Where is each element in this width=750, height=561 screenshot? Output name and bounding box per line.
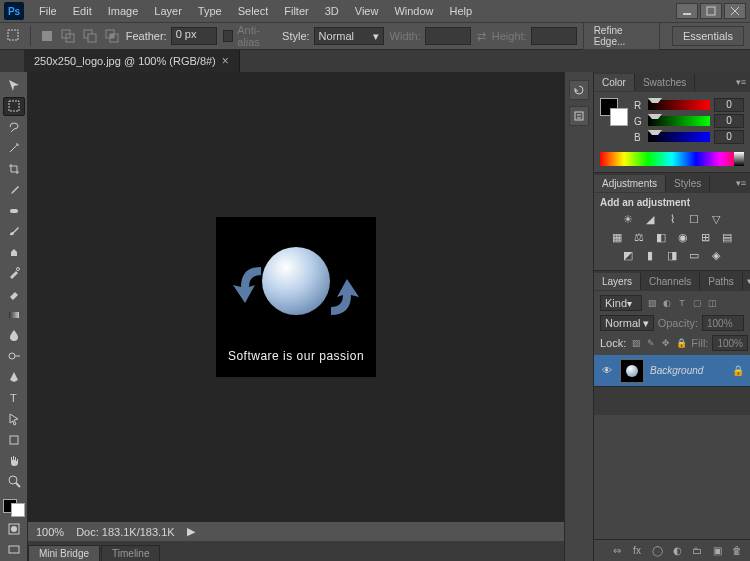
status-arrow-icon[interactable]: ▶: [187, 525, 195, 538]
r-value[interactable]: 0: [714, 98, 744, 112]
layer-mask-icon[interactable]: ◯: [650, 544, 664, 558]
history-panel-icon[interactable]: [569, 80, 589, 100]
new-selection-icon[interactable]: [39, 27, 55, 45]
panel-menu-icon[interactable]: ▾≡: [732, 178, 750, 188]
menu-window[interactable]: Window: [387, 2, 440, 20]
menu-help[interactable]: Help: [443, 2, 480, 20]
fill-input[interactable]: 100%: [712, 335, 748, 351]
marquee-tool[interactable]: [3, 97, 25, 116]
tab-channels[interactable]: Channels: [641, 273, 700, 290]
move-tool[interactable]: [3, 76, 25, 95]
tab-timeline[interactable]: Timeline: [101, 545, 160, 561]
visibility-toggle-icon[interactable]: 👁: [600, 365, 614, 376]
r-slider[interactable]: [648, 100, 710, 110]
selective-color-icon[interactable]: ◈: [708, 248, 724, 262]
hand-tool[interactable]: [3, 451, 25, 470]
maximize-button[interactable]: [700, 3, 722, 19]
filter-pixel-icon[interactable]: ▧: [646, 297, 658, 309]
filter-type-icon[interactable]: T: [676, 297, 688, 309]
gradient-tool[interactable]: [3, 305, 25, 324]
panel-menu-icon[interactable]: ▾≡: [732, 77, 750, 87]
curves-icon[interactable]: ⌇: [664, 212, 680, 226]
tab-mini-bridge[interactable]: Mini Bridge: [28, 545, 100, 561]
delete-layer-icon[interactable]: 🗑: [730, 544, 744, 558]
add-selection-icon[interactable]: [61, 27, 77, 45]
foreground-background-swatch[interactable]: [600, 98, 628, 126]
type-tool[interactable]: T: [3, 388, 25, 407]
style-select[interactable]: Normal▾: [314, 27, 384, 45]
menu-filter[interactable]: Filter: [277, 2, 315, 20]
filter-adjust-icon[interactable]: ◐: [661, 297, 673, 309]
filter-smart-icon[interactable]: ◫: [706, 297, 718, 309]
threshold-icon[interactable]: ◨: [664, 248, 680, 262]
eyedropper-tool[interactable]: [3, 180, 25, 199]
pen-tool[interactable]: [3, 368, 25, 387]
crop-tool[interactable]: [3, 160, 25, 179]
posterize-icon[interactable]: ▮: [642, 248, 658, 262]
layer-thumbnail[interactable]: [620, 359, 644, 383]
menu-image[interactable]: Image: [101, 2, 146, 20]
minimize-button[interactable]: [676, 3, 698, 19]
blur-tool[interactable]: [3, 326, 25, 345]
b-slider[interactable]: [648, 132, 710, 142]
exposure-icon[interactable]: ☐: [686, 212, 702, 226]
zoom-level[interactable]: 100%: [36, 526, 64, 538]
magic-wand-tool[interactable]: [3, 139, 25, 158]
layer-filter-kind[interactable]: Kind ▾: [600, 295, 642, 311]
group-icon[interactable]: 🗀: [690, 544, 704, 558]
layer-item[interactable]: 👁 Background 🔒: [594, 355, 750, 387]
adjustment-layer-icon[interactable]: ◐: [670, 544, 684, 558]
filter-shape-icon[interactable]: ▢: [691, 297, 703, 309]
hue-sat-icon[interactable]: ▦: [609, 230, 625, 244]
vibrance-icon[interactable]: ▽: [708, 212, 724, 226]
menu-view[interactable]: View: [348, 2, 386, 20]
b-value[interactable]: 0: [714, 130, 744, 144]
shape-tool[interactable]: [3, 430, 25, 449]
canvas-area[interactable]: Software is our passion 100% Doc: 183.1K…: [28, 72, 564, 561]
lock-pixels-icon[interactable]: ✎: [645, 337, 657, 349]
properties-panel-icon[interactable]: [569, 106, 589, 126]
panel-menu-icon[interactable]: ▾≡: [743, 276, 750, 286]
color-lookup-icon[interactable]: ▤: [719, 230, 735, 244]
subtract-selection-icon[interactable]: [82, 27, 98, 45]
refine-edge-button[interactable]: Refine Edge...: [583, 22, 660, 50]
tab-layers[interactable]: Layers: [594, 273, 641, 290]
menu-edit[interactable]: Edit: [66, 2, 99, 20]
brightness-contrast-icon[interactable]: ☀: [620, 212, 636, 226]
layer-name[interactable]: Background: [650, 365, 726, 376]
menu-file[interactable]: File: [32, 2, 64, 20]
tab-paths[interactable]: Paths: [700, 273, 743, 290]
healing-brush-tool[interactable]: [3, 201, 25, 220]
g-slider[interactable]: [648, 116, 710, 126]
photo-filter-icon[interactable]: ◉: [675, 230, 691, 244]
close-button[interactable]: [724, 3, 746, 19]
gradient-map-icon[interactable]: ▭: [686, 248, 702, 262]
tool-preset-icon[interactable]: [6, 27, 22, 45]
menu-layer[interactable]: Layer: [147, 2, 189, 20]
color-balance-icon[interactable]: ⚖: [631, 230, 647, 244]
new-layer-icon[interactable]: ▣: [710, 544, 724, 558]
invert-icon[interactable]: ◩: [620, 248, 636, 262]
brush-tool[interactable]: [3, 222, 25, 241]
dodge-tool[interactable]: [3, 347, 25, 366]
history-brush-tool[interactable]: [3, 264, 25, 283]
menu-type[interactable]: Type: [191, 2, 229, 20]
color-swatches[interactable]: [3, 499, 25, 518]
levels-icon[interactable]: ◢: [642, 212, 658, 226]
menu-select[interactable]: Select: [231, 2, 276, 20]
antialias-checkbox[interactable]: [223, 30, 234, 42]
tab-adjustments[interactable]: Adjustments: [594, 175, 666, 192]
opacity-input[interactable]: 100%: [702, 315, 744, 331]
tab-color[interactable]: Color: [594, 74, 635, 91]
eraser-tool[interactable]: [3, 284, 25, 303]
channel-mixer-icon[interactable]: ⊞: [697, 230, 713, 244]
quick-mask-icon[interactable]: [3, 519, 25, 538]
g-value[interactable]: 0: [714, 114, 744, 128]
tab-swatches[interactable]: Swatches: [635, 74, 695, 91]
workspace-switcher[interactable]: Essentials: [672, 26, 744, 46]
blend-mode-select[interactable]: Normal▾: [600, 315, 654, 331]
link-layers-icon[interactable]: ⇔: [610, 544, 624, 558]
path-selection-tool[interactable]: [3, 409, 25, 428]
clone-stamp-tool[interactable]: [3, 243, 25, 262]
feather-input[interactable]: 0 px: [171, 27, 217, 45]
